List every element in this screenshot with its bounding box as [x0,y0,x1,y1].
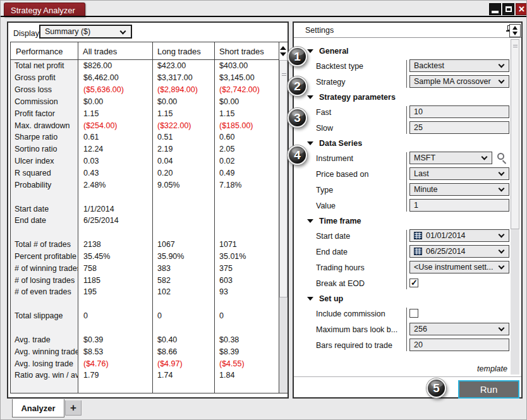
section-title: Data Series [319,139,362,148]
add-tab-button[interactable]: + [65,400,82,416]
column-header-long-trades: Long trades [152,42,214,60]
window-title[interactable]: Strategy Analyzer [4,3,85,17]
maximum-bars-look-b-dropdown[interactable]: 256 [409,323,509,335]
row-value: $423.00 [152,61,214,70]
price-based-on-dropdown[interactable]: Last [409,167,509,180]
break-at-eod-checkbox[interactable] [409,279,418,287]
row-value: 2138 [78,240,152,249]
settings-section-set-up: Set upInclude commissionMaximum bars loo… [294,291,511,353]
strategy-dropdown[interactable]: Sample MA crossover [409,75,509,88]
table-row: Avg. trade$0.39$0.40$0.38 [11,333,277,345]
annotation-badge-4: 4 [288,145,307,165]
row-label-start-date: Start date [11,205,78,213]
table-row: Probability2.48%9.05%7.18% [11,179,277,191]
dropdown-value: <Use instrument sett... [414,263,499,272]
bars-required-to-trade-input[interactable]: 20 [409,339,509,351]
settings-scroll-arrows[interactable] [509,24,521,37]
annotation-badge-3: 3 [288,108,307,128]
row-label-avg-winning-trade: Avg. winning trade [11,347,78,356]
settings-row-break-at-eod: Break at EOD [294,275,511,291]
settings-section-time-frame: Time frameStart date01/01/2014End date06… [294,213,511,291]
row-value: 383 [152,264,214,273]
row-value: 758 [78,264,152,273]
close-button[interactable]: ✕ [516,3,527,15]
row-value: 2.05 [214,145,277,153]
start-date-dropdown[interactable]: 01/01/2014 [409,229,509,242]
chevron-down-icon [499,62,505,68]
row-value: 0 [214,311,277,320]
settings-row-fast: Fast10 [294,104,511,120]
row-label-probability: Probability [11,181,78,189]
tab-analyzer[interactable]: Analyzer [12,399,64,417]
calendar-icon [414,232,422,239]
chevron-down-icon [499,248,505,254]
row-value: ($322.00) [152,121,214,130]
section-header-set-up[interactable]: Set up [294,291,511,306]
minimize-button[interactable] [489,3,501,15]
row-value: $8.39 [214,347,277,356]
bars-required-to-trade-label: Bars required to trade [316,341,405,350]
section-header-strategy-parameters[interactable]: Strategy parameters [294,90,511,104]
table-row: Sortino ratio12.242.192.05 [11,143,277,155]
trading-hours-label: Trading hours [316,263,405,272]
table-row: Percent profitable35.45%35.90%35.01% [11,251,277,263]
scroll-down-icon[interactable] [280,52,286,56]
settings-scrollbar-track[interactable] [511,229,519,375]
table-scrollbar-track[interactable] [279,297,288,393]
type-dropdown[interactable]: Minute [409,183,509,196]
row-value: ($5,636.00) [78,85,152,94]
settings-scrollbar-thumb[interactable] [511,39,519,229]
fast-input[interactable]: 10 [409,105,509,118]
settings-row-price-based-on: Price based onLast [294,166,511,182]
table-scrollbar-thumb[interactable] [279,60,288,297]
include-commission-checkbox[interactable] [409,309,418,318]
input-value: 1 [414,201,505,210]
chevron-down-icon [499,78,505,84]
table-scroll-arrows[interactable] [279,42,288,60]
row-value: 1067 [152,240,214,249]
row-label-avg-losing-trade: Avg. losing trade [11,359,78,368]
value-input[interactable]: 1 [409,199,509,212]
display-label: Display [13,29,39,38]
slow-input[interactable]: 25 [409,121,509,134]
row-label-ulcer-index: Ulcer index [11,157,78,165]
scroll-up-icon[interactable] [280,46,286,50]
table-row [11,191,277,203]
row-label-sharpe-ratio: Sharpe ratio [11,133,78,141]
dropdown-value: Sample MA crossover [414,77,499,86]
scrollbar-grip-icon [282,73,286,74]
chevron-down-icon [499,170,505,176]
fast-label: Fast [316,108,405,117]
row-label-profit-factor: Profit factor [11,109,78,118]
calendar-icon [414,248,422,255]
display-dropdown[interactable]: Summary ($) [39,25,132,39]
run-button[interactable]: Run [458,380,519,399]
row-value: $403.00 [214,61,277,70]
chevron-down-icon [482,154,488,160]
row-label-total-of-trades: Total # of trades [11,240,78,249]
section-header-time-frame[interactable]: Time frame [294,213,511,228]
section-header-data-series[interactable]: Data Series [294,136,511,150]
strategy-analyzer-window: Strategy Analyzer ✕ Display Summary ($) … [0,0,527,420]
maximize-button[interactable] [502,3,514,15]
settings-sections: GeneralBacktest typeBacktestStrategySamp… [294,44,511,353]
scroll-up-icon[interactable] [512,26,518,30]
row-value: 1.15 [214,109,277,118]
row-label-percent-profitable: Percent profitable [11,252,78,261]
table-row: Total # of trades213810671071 [11,239,277,251]
backtest-type-dropdown[interactable]: Backtest [409,59,509,72]
row-value: 0 [78,311,152,320]
settings-title: Settings [305,26,334,35]
start-date-label: Start date [316,232,405,241]
maximize-icon [506,6,512,12]
dropdown-value: MSFT [414,153,482,162]
trading-hours-dropdown[interactable]: <Use instrument sett... [409,261,509,273]
template-link[interactable]: template [477,364,507,373]
row-value: 1.79 [78,371,152,380]
settings-row-value: Value1 [294,198,511,213]
instrument-dropdown[interactable]: MSFT [409,152,492,164]
section-header-general[interactable]: General [294,44,511,58]
search-icon[interactable] [497,153,504,160]
scroll-down-icon[interactable] [512,32,518,35]
end-date-dropdown[interactable]: 06/25/2014 [409,245,509,258]
